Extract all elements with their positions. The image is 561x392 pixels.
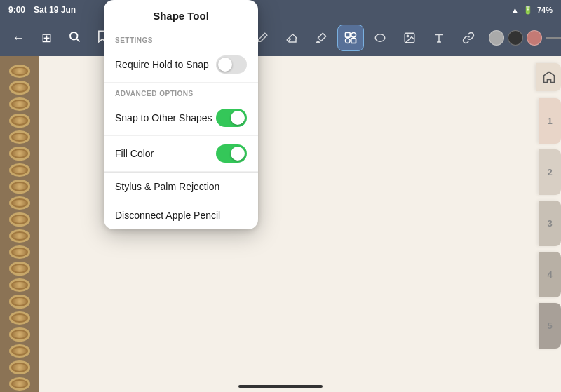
toolbar: ← ⊞ Maste (0, 20, 561, 56)
disconnect-pencil-row[interactable]: Disconnect Apple Pencil (104, 201, 258, 229)
page-tabs: 1 2 3 4 5 (539, 98, 561, 349)
status-date: Sat 19 Jun (34, 5, 76, 15)
status-left: 9:00 Sat 19 Jun (8, 5, 76, 15)
stylus-rejection-label: Stylus & Palm Rejection (115, 181, 247, 192)
require-hold-toggle[interactable] (216, 55, 247, 74)
spiral-ring (9, 81, 30, 94)
spiral-ring (9, 377, 30, 391)
spiral-ring (9, 344, 30, 358)
snap-to-shapes-label: Snap to Other Shapes (115, 112, 212, 123)
color-gray-button[interactable] (489, 30, 504, 46)
spiral-binding (0, 56, 39, 392)
spiral-ring (9, 97, 30, 111)
spiral-ring (9, 295, 30, 308)
status-right: ▲ 🔋 74% (511, 6, 553, 15)
spiral-ring (9, 130, 30, 144)
line-thin-button[interactable] (546, 37, 561, 39)
spiral-ring (9, 65, 30, 78)
eraser-tool-button[interactable] (278, 25, 305, 51)
shape-tool-button[interactable] (337, 25, 364, 51)
battery-icon: 🔋 (523, 6, 533, 15)
spiral-ring (9, 196, 30, 210)
page-tab-3[interactable]: 3 (539, 201, 561, 246)
page-tab-2[interactable]: 2 (539, 149, 561, 195)
spiral-ring (9, 212, 30, 226)
spiral-ring (9, 180, 30, 193)
svg-point-8 (346, 39, 351, 43)
spiral-ring (9, 163, 30, 177)
toolbar-right (219, 25, 561, 51)
color-dark-button[interactable] (508, 30, 523, 46)
page-tab-4[interactable]: 4 (539, 252, 561, 297)
battery-level: 74% (537, 6, 553, 14)
back-icon: ← (12, 31, 25, 46)
status-time: 9:00 (8, 5, 25, 15)
page-tab-5[interactable]: 5 (539, 303, 561, 349)
bottom-indicator (238, 385, 323, 388)
status-bar: 9:00 Sat 19 Jun ▲ 🔋 74% (0, 0, 561, 20)
fill-color-toggle[interactable] (216, 144, 247, 163)
svg-rect-6 (346, 33, 351, 38)
image-tool-button[interactable] (396, 25, 423, 51)
spiral-ring (9, 262, 30, 275)
require-hold-row: Require Hold to Snap (104, 47, 258, 83)
spiral-ring (9, 245, 30, 259)
spiral-ring (9, 327, 30, 341)
disconnect-pencil-label: Disconnect Apple Pencil (115, 210, 247, 221)
home-tab-button[interactable] (536, 63, 561, 91)
require-hold-thumb (218, 58, 232, 72)
grid-icon: ⊞ (41, 30, 52, 46)
spiral-ring (9, 114, 30, 127)
marker-tool-button[interactable] (308, 25, 334, 51)
fill-color-row: Fill Color (104, 136, 258, 172)
svg-line-1 (76, 39, 79, 41)
wifi-icon: ▲ (511, 6, 519, 14)
fill-color-label: Fill Color (115, 148, 154, 159)
advanced-section-label: ADVANCED OPTIONS (104, 83, 258, 100)
grid-button[interactable]: ⊞ (34, 25, 59, 50)
back-button[interactable]: ← (6, 25, 31, 50)
spiral-ring (9, 229, 30, 243)
search-button[interactable] (62, 25, 87, 50)
fill-color-thumb (231, 147, 245, 161)
shape-tool-popup: Shape Tool SETTINGS Require Hold to Snap… (104, 0, 258, 229)
settings-section-label: SETTINGS (104, 29, 258, 47)
search-icon (68, 30, 81, 46)
lasso-tool-button[interactable] (367, 25, 393, 51)
color-pink-button[interactable] (527, 30, 542, 46)
svg-point-11 (407, 35, 408, 36)
require-hold-label: Require Hold to Snap (115, 59, 209, 70)
spiral-ring (9, 278, 30, 292)
stylus-rejection-row[interactable]: Stylus & Palm Rejection (104, 173, 258, 201)
svg-point-0 (70, 32, 78, 40)
spiral-ring (9, 311, 30, 325)
snap-to-shapes-toggle[interactable] (216, 109, 247, 127)
main-content: 1 2 3 4 5 (0, 56, 561, 392)
snap-to-shapes-thumb (231, 111, 245, 125)
page-tab-1[interactable]: 1 (539, 98, 561, 144)
link-tool-button[interactable] (455, 25, 482, 51)
svg-point-7 (351, 33, 356, 38)
svg-rect-9 (351, 39, 356, 43)
text-tool-button[interactable] (426, 25, 452, 51)
spiral-ring (9, 360, 30, 374)
spiral-ring (9, 147, 30, 160)
snap-to-shapes-row: Snap to Other Shapes (104, 100, 258, 136)
popup-title: Shape Tool (104, 0, 258, 29)
